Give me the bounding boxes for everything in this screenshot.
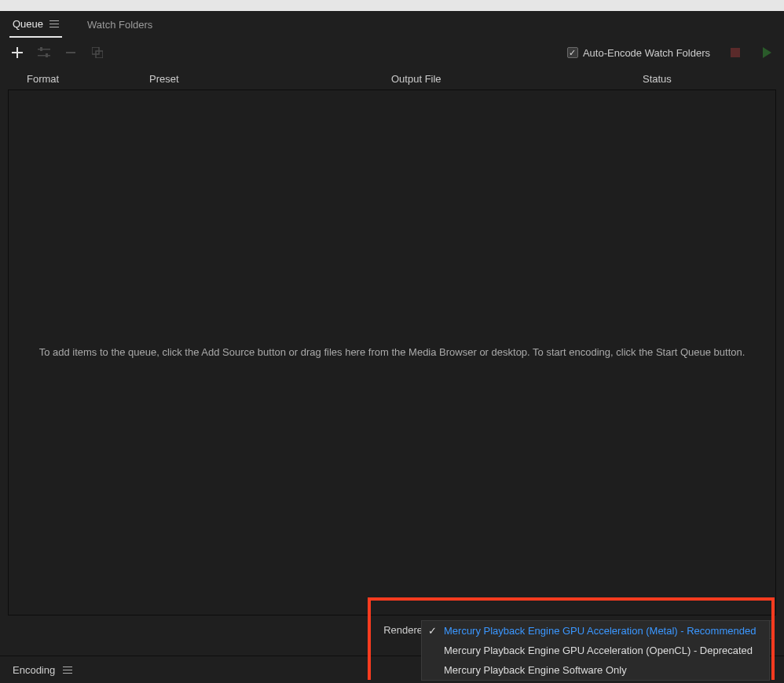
svg-rect-2 (40, 47, 42, 51)
duplicate-button[interactable] (91, 46, 104, 59)
tab-watch-folders-label: Watch Folders (87, 19, 152, 31)
remove-button[interactable] (64, 46, 77, 59)
column-header-output[interactable]: Output File (391, 73, 643, 85)
renderer-option-label: Mercury Playback Engine Software Only (444, 664, 627, 676)
renderer-option-opencl[interactable]: Mercury Playback Engine GPU Acceleration… (422, 641, 769, 660)
svg-rect-1 (38, 55, 50, 57)
svg-rect-3 (46, 53, 48, 57)
svg-rect-0 (38, 49, 50, 50)
renderer-option-label: Mercury Playback Engine GPU Acceleration… (444, 645, 753, 656)
renderer-option-software[interactable]: Mercury Playback Engine Software Only (422, 660, 769, 680)
window-chrome-spacer (0, 0, 784, 11)
queue-drop-zone[interactable]: To add items to the queue, click the Add… (8, 89, 776, 615)
tab-watch-folders[interactable]: Watch Folders (84, 13, 156, 37)
renderer-option-metal[interactable]: ✓ Mercury Playback Engine GPU Accelerati… (422, 621, 769, 641)
stop-queue-button[interactable] (729, 46, 742, 59)
checkbox-icon (567, 47, 578, 58)
svg-rect-4 (66, 52, 75, 53)
renderer-dropdown-popup: ✓ Mercury Playback Engine GPU Accelerati… (421, 620, 770, 681)
panel-menu-icon[interactable] (49, 20, 59, 27)
panel-tab-bar: Queue Watch Folders (0, 11, 784, 38)
column-header-format[interactable]: Format (27, 73, 149, 85)
column-header-status[interactable]: Status (643, 73, 775, 85)
auto-encode-checkbox[interactable]: Auto-Encode Watch Folders (567, 47, 710, 59)
tab-queue[interactable]: Queue (9, 12, 62, 38)
queue-empty-hint: To add items to the queue, click the Add… (39, 345, 746, 360)
renderer-option-label: Mercury Playback Engine GPU Acceleration… (444, 625, 756, 637)
auto-encode-label: Auto-Encode Watch Folders (583, 47, 710, 59)
queue-column-headers: Format Preset Output File Status (0, 68, 784, 89)
add-source-button[interactable] (11, 46, 24, 59)
column-header-preset[interactable]: Preset (149, 73, 391, 85)
settings-sliders-icon[interactable] (38, 46, 50, 59)
encoding-panel-menu-icon[interactable] (63, 667, 72, 674)
start-queue-button[interactable] (760, 46, 773, 59)
check-icon: ✓ (427, 625, 438, 637)
tab-queue-label: Queue (13, 18, 43, 30)
queue-toolbar: Auto-Encode Watch Folders (0, 38, 784, 68)
encoding-panel-label: Encoding (13, 664, 55, 676)
